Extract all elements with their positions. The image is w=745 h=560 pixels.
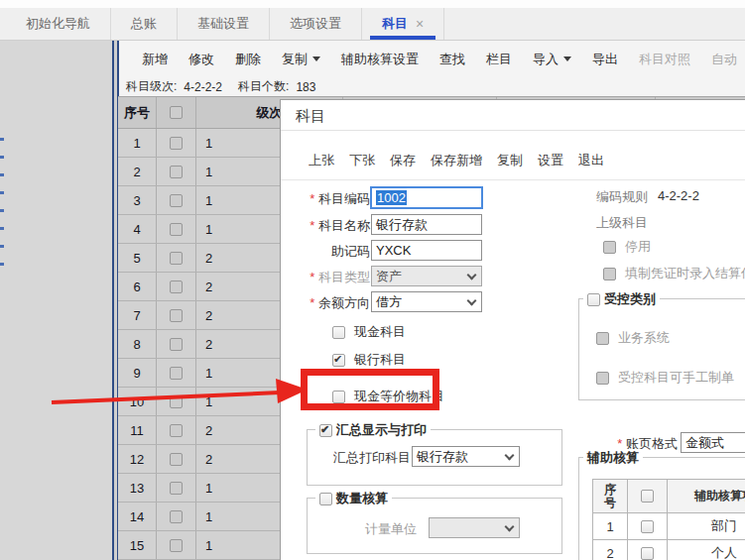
- tab-close-icon[interactable]: ×: [416, 16, 424, 32]
- tab-item[interactable]: 总账: [111, 8, 178, 40]
- row-seq: 15: [118, 531, 157, 559]
- select-all-checkbox[interactable]: [170, 106, 183, 119]
- left-nav-links-fragment: [0, 138, 4, 269]
- dropdown-caret-icon: [312, 56, 320, 61]
- toolbar-button[interactable]: 导入: [533, 51, 571, 68]
- toolbar-button[interactable]: 辅助核算设置: [341, 51, 419, 68]
- dialog-menu-item[interactable]: 下张: [349, 152, 375, 169]
- row-checkbox[interactable]: [170, 482, 183, 495]
- chevron-down-icon: [467, 296, 477, 306]
- code-input[interactable]: 1002: [371, 187, 482, 208]
- toolbar-button-label: 科目对照: [639, 51, 690, 68]
- disable-checkbox[interactable]: [603, 241, 616, 254]
- toolbar-button-label: 新增: [142, 51, 168, 68]
- tab-item[interactable]: 初始化导航: [6, 8, 111, 40]
- settlement-checkbox[interactable]: [603, 268, 616, 280]
- toolbar-button[interactable]: 删除: [235, 51, 261, 68]
- bank-checkbox[interactable]: [332, 354, 345, 367]
- dropdown-caret-icon: [563, 56, 571, 61]
- quantity-checkbox[interactable]: [319, 493, 332, 505]
- annotation-highlight-rect: [301, 369, 439, 410]
- row-seq: 7: [118, 301, 157, 329]
- dialog-menu-item[interactable]: 退出: [578, 152, 604, 169]
- row-checkbox[interactable]: [170, 510, 183, 523]
- tab-item[interactable]: 科目×: [362, 8, 444, 40]
- mnemonic-label: 助记码: [283, 243, 370, 261]
- toolbar-button-label: 辅助核算设置: [341, 51, 419, 68]
- business-system-checkbox[interactable]: [596, 332, 609, 345]
- business-system-row: 业务系统: [596, 329, 670, 347]
- type-select[interactable]: 资产: [371, 266, 482, 286]
- summary-print-checkbox[interactable]: [319, 424, 332, 437]
- code-label: 科目编码: [283, 190, 370, 208]
- tab-label: 科目: [382, 15, 408, 33]
- toolbar-button[interactable]: 修改: [188, 51, 214, 68]
- unit-select[interactable]: [429, 517, 520, 538]
- account-dialog: 科目 上张下张保存保存新增复制设置退出 科目编码 1002 科目名称 银行存款 …: [280, 99, 745, 560]
- row-seq: 8: [118, 330, 157, 358]
- aux-table-row[interactable]: 2个人: [593, 540, 745, 560]
- aux-header-item: 辅助核算项: [668, 480, 745, 512]
- summary-print-group: 汇总显示与打印 汇总打印科目 银行存款: [307, 429, 562, 486]
- row-checkbox[interactable]: [170, 137, 183, 150]
- dialog-menu-item[interactable]: 上张: [309, 152, 334, 169]
- summary-account-select[interactable]: 银行存款: [412, 446, 520, 467]
- parent-account-label: 上级科目: [596, 214, 648, 232]
- row-seq: 2: [118, 158, 157, 185]
- cash-checkbox[interactable]: [332, 326, 345, 339]
- row-checkbox[interactable]: [170, 223, 183, 236]
- aux-select-all-checkbox[interactable]: [641, 490, 654, 503]
- row-seq: 1: [118, 129, 157, 157]
- row-checkbox[interactable]: [170, 194, 183, 207]
- left-nav-panel: [0, 41, 112, 560]
- level-value: 4-2-2-2: [184, 80, 222, 94]
- cash-label: 现金科目: [354, 323, 406, 341]
- dialog-menu-item[interactable]: 保存: [390, 152, 416, 169]
- aux-row-seq: 2: [593, 540, 628, 560]
- manual-voucher-checkbox[interactable]: [596, 372, 609, 385]
- tab-item[interactable]: 选项设置: [270, 8, 362, 40]
- bank-label: 银行科目: [354, 351, 406, 369]
- row-checkbox[interactable]: [170, 252, 183, 265]
- dialog-title: 科目: [281, 100, 745, 131]
- aux-row-checkbox[interactable]: [641, 547, 654, 560]
- toolbar-button-label: 删除: [235, 51, 261, 68]
- manual-voucher-label: 受控科目可手工制单: [618, 369, 734, 387]
- toolbar-button[interactable]: 复制: [282, 51, 320, 68]
- toolbar-button: 自动: [711, 51, 737, 68]
- dialog-menu-item[interactable]: 保存新增: [431, 152, 482, 169]
- mnemonic-input[interactable]: YXCK: [371, 240, 482, 261]
- direction-select[interactable]: 借方: [371, 291, 482, 312]
- name-input[interactable]: 银行存款: [371, 214, 482, 235]
- dialog-menu-item[interactable]: 复制: [497, 152, 523, 169]
- aux-accounting-group: 辅助核算 序 号 辅助核算项 1部门2个人: [578, 457, 745, 560]
- annotation-arrow: [40, 372, 317, 417]
- count-value: 183: [296, 80, 315, 94]
- row-checkbox[interactable]: [170, 166, 183, 178]
- tab-label: 基础设置: [197, 15, 249, 33]
- toolbar-button[interactable]: 新增: [142, 51, 168, 68]
- toolbar-button[interactable]: 查找: [439, 51, 465, 68]
- row-checkbox[interactable]: [170, 539, 183, 552]
- chevron-down-icon: [505, 522, 515, 532]
- row-seq: 4: [118, 215, 157, 243]
- bank-checkbox-row: 银行科目: [332, 351, 406, 369]
- tab-item[interactable]: 基础设置: [178, 8, 270, 40]
- aux-header-seq: 序 号: [593, 480, 628, 512]
- row-checkbox[interactable]: [170, 338, 183, 351]
- page-format-select[interactable]: 金额式: [681, 432, 745, 453]
- row-checkbox[interactable]: [170, 424, 183, 437]
- code-value: 1002: [376, 190, 407, 205]
- row-checkbox[interactable]: [170, 309, 183, 322]
- account-toolbar: 新增修改删除复制辅助核算设置查找栏目导入导出科目对照自动: [119, 41, 745, 77]
- toolbar-button[interactable]: 导出: [592, 51, 618, 68]
- toolbar-button[interactable]: 栏目: [486, 51, 512, 68]
- dialog-menu-item[interactable]: 设置: [538, 152, 563, 169]
- row-checkbox[interactable]: [170, 280, 183, 293]
- rule-label: 编码规则: [596, 188, 648, 206]
- row-seq: 14: [118, 503, 157, 530]
- aux-table-row[interactable]: 1部门: [593, 513, 745, 540]
- aux-row-checkbox[interactable]: [641, 520, 654, 533]
- row-checkbox[interactable]: [170, 453, 183, 466]
- controlled-category-checkbox[interactable]: [587, 293, 600, 306]
